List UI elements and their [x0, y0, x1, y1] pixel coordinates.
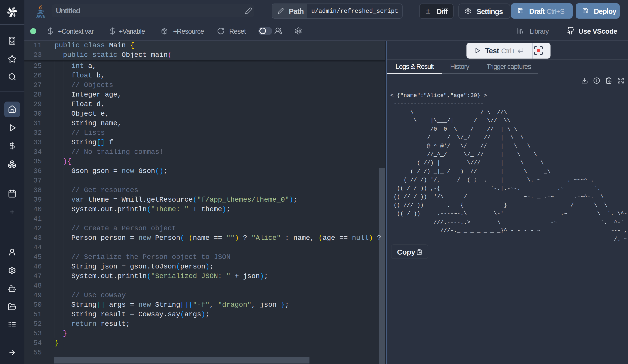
svg-text:Java: Java — [36, 14, 45, 18]
